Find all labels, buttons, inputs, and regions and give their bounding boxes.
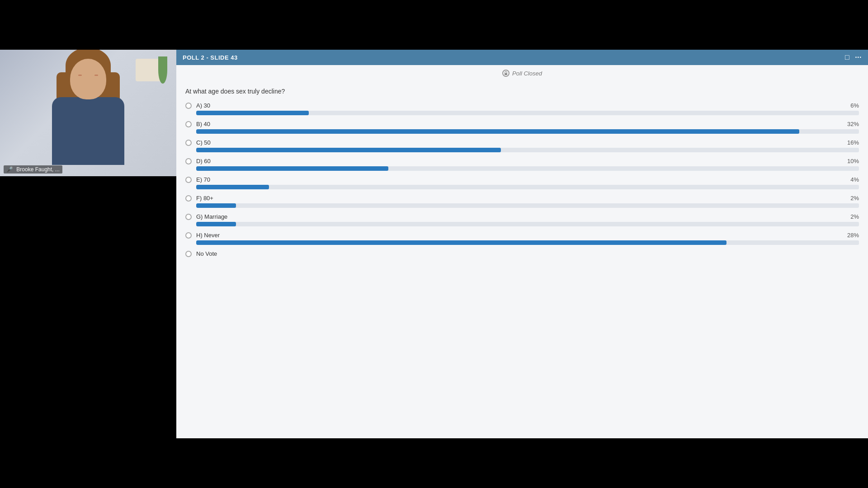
bar-fill-d bbox=[196, 166, 388, 171]
lock-svg bbox=[504, 71, 508, 75]
black-bottom-bar bbox=[0, 438, 868, 488]
option-label-g: G) Marriage 2% bbox=[185, 213, 859, 220]
option-percent-e: 4% bbox=[850, 176, 859, 183]
poll-option-d: D) 60 10% bbox=[185, 158, 859, 171]
bar-fill-a bbox=[196, 111, 309, 115]
radio-nv[interactable] bbox=[185, 251, 192, 257]
poll-question: At what age does sex truly decline? bbox=[185, 88, 859, 95]
bar-fill-h bbox=[196, 240, 726, 245]
poll-title: POLL 2 - SLIDE 43 bbox=[183, 54, 238, 61]
option-percent-c: 16% bbox=[847, 139, 859, 146]
presenter-name-label: 🎤 Brooke Faught, ... bbox=[4, 165, 62, 174]
option-label-b: B) 40 32% bbox=[185, 121, 859, 127]
radio-h[interactable] bbox=[185, 232, 192, 239]
poll-panel: POLL 2 - SLIDE 43 □ ··· Poll Closed At w… bbox=[176, 50, 868, 438]
option-percent-f: 2% bbox=[850, 195, 859, 202]
plant bbox=[158, 56, 167, 84]
option-text-g: G) Marriage bbox=[196, 213, 227, 220]
bar-fill-g bbox=[196, 222, 236, 226]
poll-header-icons: □ ··· bbox=[845, 53, 862, 61]
option-text-b: B) 40 bbox=[196, 121, 210, 127]
head bbox=[70, 59, 106, 99]
option-percent-h: 28% bbox=[847, 232, 859, 239]
bar-container-f bbox=[196, 203, 859, 208]
more-options-icon[interactable]: ··· bbox=[855, 53, 862, 61]
radio-a[interactable] bbox=[185, 103, 192, 109]
poll-header: POLL 2 - SLIDE 43 □ ··· bbox=[176, 50, 868, 65]
option-label-e: E) 70 4% bbox=[185, 176, 859, 183]
poll-option-c: C) 50 16% bbox=[185, 139, 859, 152]
option-text-e: E) 70 bbox=[196, 176, 210, 183]
radio-d[interactable] bbox=[185, 158, 192, 164]
eye-right bbox=[94, 75, 98, 76]
radio-e[interactable] bbox=[185, 177, 192, 183]
bar-container-d bbox=[196, 166, 859, 171]
option-label-d: D) 60 10% bbox=[185, 158, 859, 164]
poll-option-g: G) Marriage 2% bbox=[185, 213, 859, 226]
poll-closed-text: Poll Closed bbox=[512, 70, 542, 77]
bar-fill-b bbox=[196, 129, 799, 134]
option-text-d: D) 60 bbox=[196, 158, 211, 164]
black-top-bar bbox=[0, 0, 868, 50]
option-percent-b: 32% bbox=[847, 121, 859, 127]
poll-content: At what age does sex truly decline? A) 3… bbox=[176, 81, 868, 438]
option-text-a: A) 30 bbox=[196, 102, 210, 109]
option-text-h: H) Never bbox=[196, 232, 220, 239]
radio-b[interactable] bbox=[185, 121, 192, 127]
presenter-name: Brooke Faught, ... bbox=[16, 166, 59, 173]
option-percent-d: 10% bbox=[847, 158, 859, 164]
eye-left bbox=[78, 75, 82, 76]
option-label-a: A) 30 6% bbox=[185, 102, 859, 109]
bar-fill-c bbox=[196, 148, 501, 152]
bar-container-e bbox=[196, 185, 859, 189]
bar-container-h bbox=[196, 240, 859, 245]
minimize-icon[interactable]: □ bbox=[845, 53, 849, 61]
option-text-c: C) 50 bbox=[196, 139, 211, 146]
poll-option-e: E) 70 4% bbox=[185, 176, 859, 189]
bar-container-c bbox=[196, 148, 859, 152]
option-label-h: H) Never 28% bbox=[185, 232, 859, 239]
radio-f[interactable] bbox=[185, 195, 192, 202]
poll-status-bar: Poll Closed bbox=[176, 65, 868, 81]
bar-fill-f bbox=[196, 203, 236, 208]
video-background bbox=[0, 50, 176, 176]
poll-option-h: H) Never 28% bbox=[185, 232, 859, 245]
bar-container-g bbox=[196, 222, 859, 226]
option-label-f: F) 80+ 2% bbox=[185, 195, 859, 202]
radio-c[interactable] bbox=[185, 140, 192, 146]
radio-g[interactable] bbox=[185, 214, 192, 220]
poll-option-f: F) 80+ 2% bbox=[185, 195, 859, 208]
option-text-nv: No Vote bbox=[196, 250, 217, 257]
presenter-video bbox=[38, 54, 138, 176]
status-icon bbox=[502, 70, 509, 77]
option-percent-g: 2% bbox=[850, 213, 859, 220]
option-text-f: F) 80+ bbox=[196, 195, 213, 202]
bar-container-b bbox=[196, 129, 859, 134]
svg-rect-0 bbox=[505, 73, 507, 75]
options-container: A) 30 6% B) 40 32% C) 50 16% bbox=[185, 102, 859, 257]
poll-option-b: B) 40 32% bbox=[185, 121, 859, 134]
video-panel: 🎤 Brooke Faught, ... bbox=[0, 50, 176, 176]
body bbox=[52, 97, 124, 165]
poll-option-a: A) 30 6% bbox=[185, 102, 859, 115]
option-percent-a: 6% bbox=[850, 102, 859, 109]
option-label-c: C) 50 16% bbox=[185, 139, 859, 146]
poll-option-nv: No Vote bbox=[185, 250, 859, 257]
bar-fill-e bbox=[196, 185, 269, 189]
bar-container-a bbox=[196, 111, 859, 115]
option-label-nv: No Vote bbox=[185, 250, 859, 257]
mic-icon: 🎤 bbox=[6, 166, 13, 173]
